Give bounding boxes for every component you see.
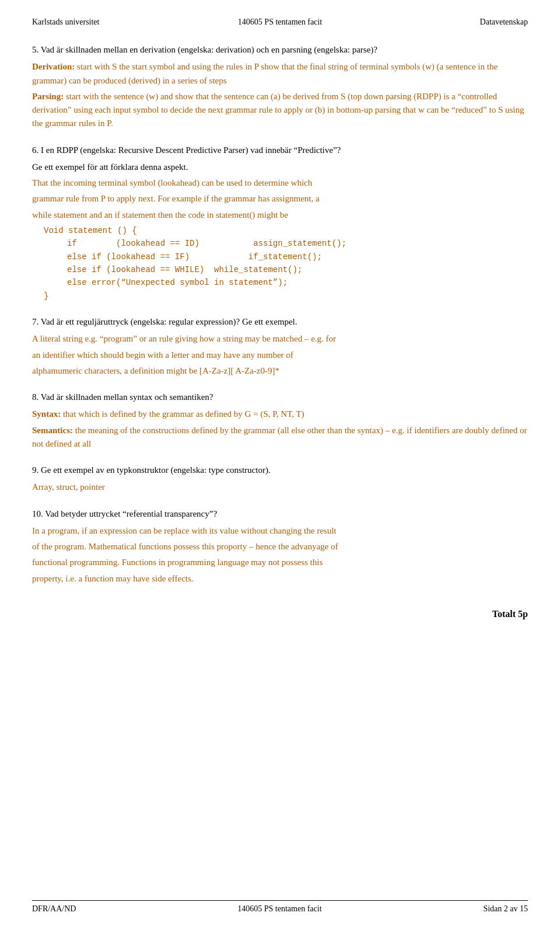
question-5: 5. Vad är skillnaden mellan en derivatio… (32, 43, 528, 131)
question-7: 7. Vad är ett reguljäruttryck (engelska:… (32, 315, 528, 378)
q6-code-line-3: else if (lookahead == WHILE) while_state… (67, 263, 528, 276)
question-10: 10. Vad betyder uttrycket “referential t… (32, 507, 528, 586)
q8-semantics: Semantics: the meaning of the constructi… (32, 424, 528, 451)
q6-code: Void statement () { if (lookahead == ID)… (44, 224, 528, 302)
footer-right: Sidan 2 av 15 (483, 904, 528, 914)
totalt-label: Totalt 5p (32, 609, 528, 619)
q8-syntax-label: Syntax: (32, 409, 61, 419)
q10-line3: functional programming. Functions in pro… (32, 556, 528, 569)
header-title: 140605 PS tentamen facit (197, 18, 362, 27)
q10-title: 10. Vad betyder uttrycket “referential t… (32, 507, 528, 521)
q8-syntax: Syntax: that which is defined by the gra… (32, 407, 528, 421)
q6-line1: That the incoming terminal symbol (looka… (32, 176, 528, 190)
header-institution: Karlstads universitet (32, 18, 197, 27)
q6-line3: while statement and an if statement then… (32, 208, 528, 222)
q6-code-line-2: else if (lookahead == IF) if_statement()… (67, 250, 528, 263)
question-8: 8. Vad är skillnaden mellan syntax och s… (32, 391, 528, 451)
q6-code-line-0: Void statement () { (44, 224, 528, 237)
q5-title: 5. Vad är skillnaden mellan en derivatio… (32, 43, 528, 57)
q7-line2: an identifier which should begin with a … (32, 349, 528, 362)
q6-subtitle: Ge ett exempel för att förklara denna as… (32, 161, 528, 174)
q6-code-line-4: else error(“Unexpected symbol in stateme… (67, 276, 528, 289)
question-6: 6. I en RDPP (engelska: Recursive Descen… (32, 144, 528, 303)
q10-answer: In a program, if an expression can be re… (32, 524, 528, 586)
header-subject: Datavetenskap (363, 18, 528, 27)
q9-title: 9. Ge ett exempel av en typkonstruktor (… (32, 464, 528, 477)
q9-answer: Array, struct, pointer (32, 480, 528, 494)
q6-title: 6. I en RDPP (engelska: Recursive Descen… (32, 144, 528, 157)
q8-title: 8. Vad är skillnaden mellan syntax och s… (32, 391, 528, 404)
footer-left: DFR/AA/ND (32, 904, 76, 914)
q7-line1: A literal string e.g. “program” or an ru… (32, 332, 528, 346)
q6-answer: That the incoming terminal symbol (looka… (32, 176, 528, 302)
q10-line4: property, i.e. a function may have side … (32, 572, 528, 586)
q5-answer: Derivation: start with S the start symbo… (32, 60, 528, 130)
q8-syntax-text: that which is defined by the grammar as … (61, 409, 304, 419)
page: Karlstads universitet 140605 PS tentamen… (0, 0, 560, 930)
q7-title: 7. Vad är ett reguljäruttryck (engelska:… (32, 315, 528, 329)
q7-answer: A literal string e.g. “program” or an ru… (32, 332, 528, 378)
q5-parsing: Parsing: start with the sentence (w) and… (32, 90, 528, 131)
q7-line3: alphamumeric characters, a definition mi… (32, 364, 528, 378)
q8-semantics-label: Semantics: (32, 426, 73, 435)
footer-center: 140605 PS tentamen facit (237, 904, 321, 914)
page-header: Karlstads universitet 140605 PS tentamen… (32, 18, 528, 27)
q6-code-line-5: } (44, 290, 528, 302)
q5-parsing-label: Parsing: (32, 92, 64, 101)
q10-line2: of the program. Mathematical functions p… (32, 540, 528, 553)
question-9: 9. Ge ett exempel av en typkonstruktor (… (32, 464, 528, 494)
q5-derivation-text: start with S the start symbol and using … (32, 62, 498, 85)
q6-code-line-1: if (lookahead == ID) assign_statement(); (67, 237, 528, 250)
q8-semantics-text: the meaning of the constructions defined… (32, 426, 527, 448)
q6-line2: grammar rule from P to apply next. For e… (32, 192, 528, 205)
q5-derivation: Derivation: start with S the start symbo… (32, 60, 528, 88)
q8-answer: Syntax: that which is defined by the gra… (32, 407, 528, 451)
q10-line1: In a program, if an expression can be re… (32, 524, 528, 538)
q5-parsing-text: start with the sentence (w) and show tha… (32, 92, 524, 128)
page-footer: DFR/AA/ND 140605 PS tentamen facit Sidan… (32, 900, 528, 914)
q5-derivation-label: Derivation: (32, 62, 75, 71)
